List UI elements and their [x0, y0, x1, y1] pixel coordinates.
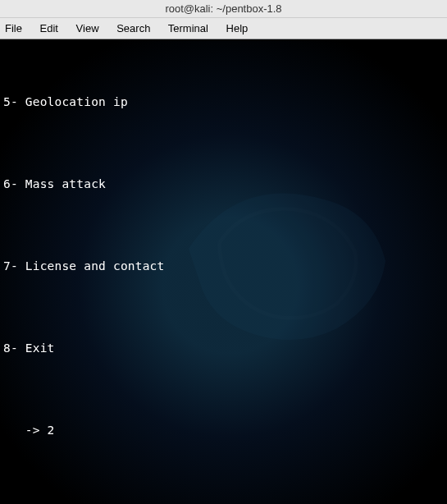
window-titlebar: root@kali: ~/pentbox-1.8: [0, 0, 447, 18]
main-menu-item-5: 5- Geolocation ip: [3, 94, 445, 110]
menu-search[interactable]: Search: [116, 22, 150, 34]
prompt-entered-2: -> 2: [3, 422, 445, 438]
main-menu-item-8: 8- Exit: [3, 340, 445, 356]
menu-view[interactable]: View: [76, 22, 99, 34]
menu-terminal[interactable]: Terminal: [168, 22, 208, 34]
menu-help[interactable]: Help: [226, 22, 249, 34]
main-menu-item-6: 6- Mass attack: [3, 176, 445, 192]
menu-bar: File Edit View Search Terminal Help: [0, 18, 447, 39]
window-title: root@kali: ~/pentbox-1.8: [165, 2, 281, 15]
main-menu-item-7: 7- License and contact: [3, 258, 445, 274]
menu-edit[interactable]: Edit: [40, 22, 58, 34]
terminal-area[interactable]: 5- Geolocation ip 6- Mass attack 7- Lice…: [0, 39, 447, 504]
menu-file[interactable]: File: [5, 22, 22, 34]
